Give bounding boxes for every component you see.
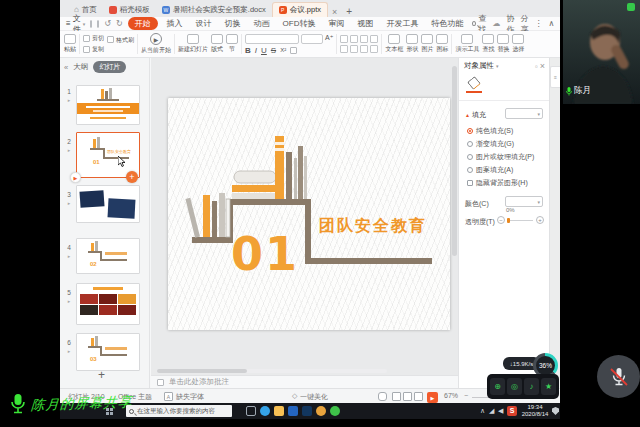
tab-presentation-pptx[interactable]: P 会议.pptx: [272, 2, 328, 17]
add-slide-button[interactable]: +: [98, 368, 105, 382]
superscript-button[interactable]: X²: [280, 47, 286, 53]
volume-icon[interactable]: ◀: [498, 407, 503, 415]
align-center-icon[interactable]: [350, 45, 358, 53]
copy-button[interactable]: 复制: [83, 45, 104, 54]
numbering-icon[interactable]: [350, 35, 358, 43]
close-panel-icon[interactable]: ×: [540, 61, 545, 71]
action-center-shield-icon[interactable]: [552, 407, 559, 415]
underline-button[interactable]: U: [261, 46, 267, 55]
hidden-icons-chevron[interactable]: ∧: [480, 407, 485, 415]
cut-button[interactable]: 剪切: [83, 34, 104, 43]
slide-thumbnail-6[interactable]: 03: [76, 333, 140, 371]
ribbon-tab-design[interactable]: 设计: [192, 18, 216, 29]
fill-tab[interactable]: [465, 75, 483, 95]
select-button[interactable]: 选择: [512, 34, 524, 54]
color-select[interactable]: ▾: [505, 196, 543, 207]
tab-close-button[interactable]: ×: [328, 7, 341, 17]
section-button[interactable]: 节: [226, 34, 238, 54]
picture-button[interactable]: 图片: [421, 34, 433, 54]
zoom-out-icon[interactable]: −: [464, 392, 468, 399]
bold-button[interactable]: B: [245, 46, 251, 55]
save-icon[interactable]: [90, 20, 92, 28]
slide-sorter-icon[interactable]: [403, 392, 412, 401]
transparency-slider[interactable]: [507, 220, 533, 221]
new-slide-button[interactable]: 新建幻灯片: [178, 34, 208, 54]
zoom-level[interactable]: 67%: [444, 392, 458, 399]
icon-library-button[interactable]: 图标: [436, 34, 448, 54]
plus-icon[interactable]: +: [536, 216, 544, 224]
ribbon-tab-ofd[interactable]: OFD转换: [279, 18, 320, 29]
file-explorer-icon[interactable]: [274, 406, 284, 416]
ime-indicator[interactable]: S: [507, 406, 517, 416]
slide-thumbnail-4[interactable]: 02: [76, 238, 140, 274]
missing-font-label[interactable]: 缺失字体: [176, 392, 204, 402]
thumbnail-play-button[interactable]: ▶: [70, 172, 81, 183]
ribbon-tab-review[interactable]: 审阅: [324, 18, 348, 29]
align-left-icon[interactable]: [340, 45, 348, 53]
indent-decrease-icon[interactable]: [360, 35, 368, 43]
tab-new-button[interactable]: +: [341, 6, 357, 17]
strikethrough-button[interactable]: S: [271, 46, 276, 55]
normal-view-icon[interactable]: [392, 392, 401, 401]
ribbon-tab-features[interactable]: 特色功能: [427, 18, 467, 29]
notes-bar[interactable]: 单击此处添加批注: [151, 375, 458, 388]
italic-button[interactable]: I: [255, 46, 257, 55]
ribbon-tab-animation[interactable]: 动画: [250, 18, 274, 29]
edge-browser-icon[interactable]: [260, 406, 270, 416]
properties-sidebar-tab[interactable]: ≡: [550, 66, 560, 88]
slides-tab[interactable]: 幻灯片: [93, 61, 126, 73]
format-painter-button[interactable]: 格式刷: [107, 36, 134, 45]
textbox-button[interactable]: 文本框: [385, 34, 403, 54]
slide-thumbnail-3[interactable]: [76, 185, 140, 223]
redo-icon[interactable]: ↻: [116, 20, 123, 28]
outline-tab[interactable]: 大纲: [73, 62, 88, 72]
cloud-sync-icon[interactable]: ☁: [492, 19, 500, 28]
pin-icon[interactable]: ▫: [535, 62, 538, 71]
ribbon-tab-devtools[interactable]: 开发工具: [382, 18, 422, 29]
widget-button-3[interactable]: ♪: [524, 378, 539, 395]
app-icon[interactable]: [302, 406, 312, 416]
editing-canvas[interactable]: 01 团队安全教育 单击此处添加批注: [151, 58, 458, 388]
comment-icon[interactable]: [378, 392, 387, 401]
indent-increase-icon[interactable]: [370, 35, 378, 43]
browser-app-icon[interactable]: [316, 406, 326, 416]
font-name-select[interactable]: [245, 34, 299, 44]
slide-title[interactable]: 团队安全教育: [319, 216, 427, 235]
shape-button[interactable]: 形状: [406, 34, 418, 54]
mute-microphone-button[interactable]: [597, 355, 640, 398]
present-tools-button[interactable]: 演示工具: [455, 34, 479, 54]
taskbar-clock[interactable]: 19:34 2020/8/14: [521, 404, 549, 418]
print-icon[interactable]: [97, 20, 99, 28]
highlight-icon[interactable]: [290, 47, 297, 54]
taskbar-search[interactable]: 在这里输入你要搜索的内容: [126, 405, 232, 417]
fill-option-solid[interactable]: 纯色填充(S): [467, 126, 513, 136]
fill-option-pattern[interactable]: 图案填充(A): [467, 165, 513, 175]
replace-button[interactable]: 替换: [497, 34, 509, 54]
align-right-icon[interactable]: [360, 45, 368, 53]
reading-view-icon[interactable]: [414, 392, 423, 401]
line-spacing-icon[interactable]: [370, 45, 378, 53]
tab-docer-templates[interactable]: 稻壳模板: [103, 2, 156, 17]
increase-font-icon[interactable]: A⁺: [325, 34, 333, 44]
thumbnail-quick-add-button[interactable]: +: [126, 171, 138, 183]
tab-document-docx[interactable]: W 暑期社会实践安全预案.docx: [156, 2, 272, 17]
minus-icon[interactable]: −: [497, 216, 505, 224]
network-icon[interactable]: ◢: [489, 407, 494, 415]
fill-section-header[interactable]: ▲ 填充: [465, 110, 486, 120]
slider-knob[interactable]: [507, 218, 510, 223]
ribbon-tab-insert[interactable]: 插入: [163, 18, 187, 29]
widget-button-4[interactable]: ★: [541, 378, 556, 395]
layout-button[interactable]: 版式: [211, 34, 223, 54]
widget-button-2[interactable]: ◎: [507, 378, 522, 395]
fill-preset-select[interactable]: ▾: [505, 108, 543, 119]
widget-button-1[interactable]: ⊕: [490, 378, 505, 395]
ribbon-tab-transition[interactable]: 切换: [221, 18, 245, 29]
ribbon-tab-home[interactable]: 开始: [128, 17, 158, 30]
section-number[interactable]: 01: [231, 227, 299, 281]
beautify-button[interactable]: 一键美化: [300, 392, 328, 402]
slide-thumbnail-1[interactable]: [76, 85, 140, 125]
play-from-current-button[interactable]: ▶ 从当前开始: [141, 33, 171, 55]
webcam-video[interactable]: 陈月: [563, 0, 640, 104]
play-slideshow-button[interactable]: ▶: [427, 392, 438, 403]
vertical-scrollbar[interactable]: [452, 66, 457, 256]
